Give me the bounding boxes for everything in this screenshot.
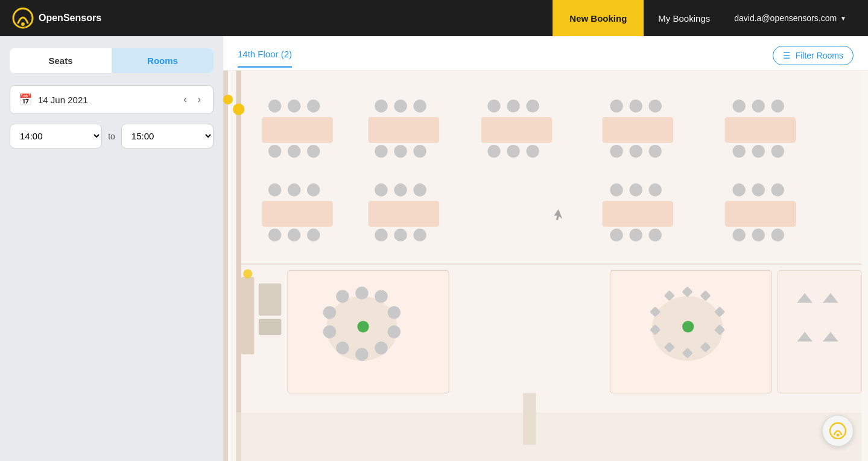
floor-plan [223, 71, 868, 461]
svg-point-12 [375, 100, 387, 112]
svg-point-5 [268, 100, 281, 112]
svg-point-108 [837, 434, 840, 437]
svg-rect-29 [603, 117, 674, 143]
svg-point-44 [268, 229, 281, 241]
svg-point-6 [288, 100, 300, 112]
svg-point-25 [526, 145, 539, 157]
svg-point-83 [355, 348, 368, 361]
svg-point-99 [682, 321, 694, 332]
svg-point-34 [752, 100, 765, 112]
svg-point-47 [375, 183, 387, 196]
tab-seats[interactable]: Seats [10, 48, 112, 73]
tab-rooms[interactable]: Rooms [112, 48, 214, 73]
my-bookings-button[interactable]: My Bookings [644, 0, 724, 36]
svg-point-49 [413, 183, 426, 196]
time-row: 08:00 09:00 10:00 11:00 12:00 13:00 14:0… [10, 124, 214, 148]
time-from-select[interactable]: 08:00 09:00 10:00 11:00 12:00 13:00 14:0… [10, 124, 102, 148]
prev-date-button[interactable]: ‹ [180, 93, 190, 106]
svg-point-61 [649, 229, 662, 241]
svg-rect-3 [236, 71, 241, 461]
svg-point-45 [288, 229, 300, 241]
svg-rect-22 [481, 117, 553, 143]
navbar-actions: New Booking My Bookings david.a@opensens… [553, 0, 856, 36]
svg-point-10 [288, 145, 300, 157]
svg-point-4 [233, 104, 244, 115]
svg-point-78 [355, 287, 368, 299]
svg-point-30 [610, 145, 622, 157]
time-to-select[interactable]: 09:00 10:00 11:00 12:00 13:00 14:00 15:0… [121, 124, 214, 148]
chevron-down-icon: ▼ [840, 15, 846, 22]
svg-point-86 [357, 321, 369, 332]
floorplan-svg [223, 71, 868, 461]
svg-rect-105 [236, 412, 861, 461]
svg-point-57 [649, 183, 662, 196]
svg-point-26 [610, 100, 622, 112]
svg-point-1 [21, 22, 25, 26]
svg-point-46 [307, 229, 320, 241]
svg-point-60 [629, 229, 642, 241]
svg-point-59 [610, 229, 622, 241]
svg-point-28 [649, 100, 662, 112]
filter-rooms-button[interactable]: ☰ Filter Rooms [773, 46, 854, 65]
svg-rect-100 [778, 270, 861, 393]
svg-point-55 [610, 183, 622, 196]
svg-point-42 [307, 183, 320, 196]
svg-rect-43 [262, 201, 333, 227]
next-date-button[interactable]: › [194, 93, 204, 106]
opensensors-widget-icon [829, 422, 846, 439]
svg-point-51 [375, 229, 387, 241]
navbar: OpenSensors New Booking My Bookings davi… [0, 0, 868, 36]
svg-rect-106 [523, 393, 536, 445]
svg-point-66 [732, 229, 745, 241]
svg-point-40 [268, 183, 281, 196]
floor-tab[interactable]: 14th Floor (2) [238, 49, 292, 68]
svg-rect-15 [369, 117, 440, 143]
svg-point-39 [771, 145, 784, 157]
svg-point-20 [507, 100, 519, 112]
svg-point-41 [288, 183, 300, 196]
svg-point-80 [388, 306, 401, 319]
logo-text: OpenSensors [39, 13, 101, 24]
new-booking-button[interactable]: New Booking [553, 0, 644, 36]
svg-point-68 [771, 229, 784, 241]
svg-point-35 [771, 100, 784, 112]
content-header: 14th Floor (2) ☰ Filter Rooms [223, 36, 868, 71]
svg-point-76 [323, 306, 336, 319]
svg-point-11 [307, 145, 320, 157]
svg-point-17 [394, 145, 407, 157]
svg-rect-58 [603, 201, 674, 227]
svg-point-63 [752, 183, 765, 196]
time-separator: to [108, 132, 115, 141]
svg-point-24 [507, 145, 519, 157]
svg-rect-73 [259, 319, 281, 335]
widget-fab[interactable] [822, 415, 854, 447]
svg-point-37 [732, 145, 745, 157]
svg-point-48 [394, 183, 407, 196]
svg-point-14 [413, 100, 426, 112]
calendar-icon: 📅 [19, 93, 32, 106]
logo: OpenSensors [12, 7, 553, 29]
svg-point-38 [752, 145, 765, 157]
svg-rect-8 [262, 117, 333, 143]
svg-rect-36 [725, 117, 796, 143]
svg-point-71 [243, 269, 252, 278]
svg-rect-65 [725, 201, 796, 227]
user-menu[interactable]: david.a@opensensors.com ▼ [724, 0, 856, 36]
sidebar: Seats Rooms 📅 14 Jun 2021 ‹ › 08:00 09:0… [0, 36, 223, 461]
svg-point-81 [388, 325, 401, 338]
filter-icon: ☰ [783, 51, 791, 60]
svg-point-82 [375, 342, 387, 354]
svg-point-56 [629, 183, 642, 196]
date-picker: 📅 14 Jun 2021 ‹ › [10, 85, 214, 114]
svg-point-33 [732, 100, 745, 112]
svg-point-23 [487, 145, 500, 157]
svg-point-67 [752, 229, 765, 241]
svg-point-13 [394, 100, 407, 112]
svg-rect-72 [259, 284, 281, 316]
user-email: david.a@opensensors.com [734, 13, 837, 23]
svg-point-32 [649, 145, 662, 157]
svg-point-64 [771, 183, 784, 196]
svg-point-84 [336, 342, 349, 354]
logo-icon [12, 7, 34, 29]
svg-point-79 [375, 290, 387, 302]
